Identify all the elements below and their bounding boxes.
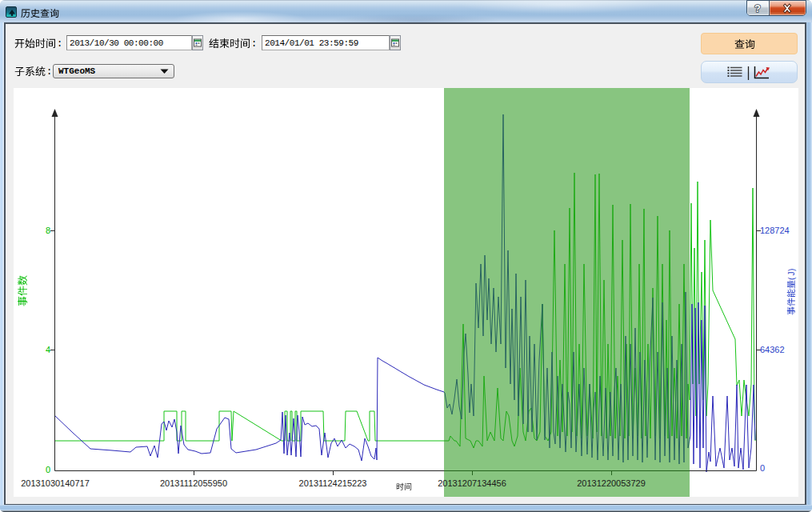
svg-text:8: 8 xyxy=(46,226,50,235)
svg-text:4: 4 xyxy=(46,345,50,354)
svg-text::: : xyxy=(251,38,257,50)
svg-text:20131124215223: 20131124215223 xyxy=(299,478,367,488)
svg-text:): ) xyxy=(787,269,796,271)
svg-text:64362: 64362 xyxy=(760,345,785,354)
svg-text:0: 0 xyxy=(760,463,765,473)
svg-text:20131207134456: 20131207134456 xyxy=(438,478,506,488)
svg-text:0: 0 xyxy=(46,465,50,474)
svg-text:?: ? xyxy=(754,2,761,14)
svg-text:20131112055950: 20131112055950 xyxy=(160,478,227,488)
svg-text:20131030140717: 20131030140717 xyxy=(21,478,90,488)
svg-text:J: J xyxy=(787,271,796,275)
svg-text::: : xyxy=(46,66,52,78)
svg-text:20131220053729: 20131220053729 xyxy=(577,478,646,488)
svg-text:128724: 128724 xyxy=(760,226,790,235)
svg-text::: : xyxy=(57,38,62,50)
